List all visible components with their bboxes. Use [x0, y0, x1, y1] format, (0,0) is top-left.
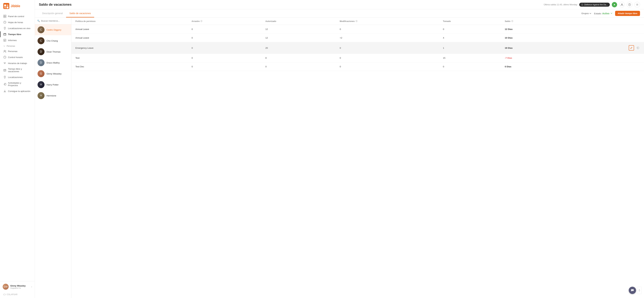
settings-icon-button[interactable] — [634, 2, 640, 8]
tab-descripcion[interactable]: Descripción general — [39, 9, 66, 18]
sidebar-item-actividades-label: Actividades y Proyectos — [8, 82, 32, 87]
active-timer[interactable]: Defence Against the Da... — [579, 3, 610, 7]
timer-label: Defence Against the Da... — [584, 4, 608, 6]
sidebar-item-horarios[interactable]: Horarios de trabajo — [0, 60, 35, 66]
sidebar-item-actividades[interactable]: Actividades y Proyectos — [0, 80, 35, 88]
page-title: Saldo de vacaciones — [39, 3, 72, 7]
row-actions — [568, 45, 641, 51]
cell-modificaciones: +2 — [336, 34, 440, 42]
cell-modificaciones: 0 — [336, 42, 440, 54]
sidebar-item-control[interactable]: Control horario — [0, 54, 35, 60]
svg-point-15 — [4, 63, 4, 63]
sidebar-item-app[interactable]: Consigue la aplicación — [0, 88, 35, 94]
member-item-dean[interactable]: D Dean Thomas — [35, 46, 71, 57]
table-header-row: Política de permisos Arrastre ⓘ Autoriza… — [72, 18, 644, 25]
member-item-ginny[interactable]: G Ginny Weasley — [35, 68, 71, 79]
member-name-dean: Dean Thomas — [46, 51, 60, 53]
reset-icon-button[interactable] — [635, 45, 641, 51]
user-icon-button[interactable] — [619, 2, 625, 8]
th-actions — [565, 18, 644, 25]
cell-tomado: 1 — [440, 42, 502, 54]
sidebar-footer[interactable]: GW Ginny Weasley Hogwarts Co › — [0, 281, 35, 292]
topbar: Saldo de vacaciones Última salida 11:43,… — [35, 0, 644, 9]
th-autorizado: Autorizado — [262, 18, 336, 25]
cell-autorizado: 20 — [262, 42, 336, 54]
th-arrastre: Arrastre ⓘ — [188, 18, 262, 25]
member-name-cho: Cho Chang — [46, 40, 58, 42]
footer-company: Hogwarts Co — [10, 287, 30, 289]
ajustes-label: Personas — [7, 45, 15, 47]
member-name-cedric: Cedric Diggory — [46, 29, 61, 31]
cell-policy: Test Dec — [72, 62, 188, 71]
sidebar-item-horarios-label: Horarios de trabajo — [8, 62, 27, 65]
balance-table: Política de permisos Arrastre ⓘ Autoriza… — [72, 18, 644, 71]
grupos-button[interactable]: Grupos — [582, 12, 591, 15]
member-item-cho[interactable]: C Cho Chang — [35, 35, 71, 46]
arrastre-info-icon[interactable]: ⓘ — [200, 20, 202, 23]
svg-rect-6 — [5, 15, 6, 16]
add-time-button[interactable]: Añadir tiempo libre — [615, 11, 640, 16]
cell-policy: Annual Leave — [72, 34, 188, 42]
member-avatar-hermione: H — [38, 92, 44, 99]
content-area: Descripción general Saldo de vacaciones … — [35, 9, 644, 298]
cell-policy: Test — [72, 54, 188, 62]
main-content: Saldo de vacaciones Última salida 11:43,… — [35, 0, 644, 298]
sidebar-item-tiempo-libre[interactable]: Tiempo libre — [0, 31, 35, 37]
ajustes-header[interactable]: Personas — [0, 43, 35, 48]
footer-info: Ginny Weasley Hogwarts Co — [10, 284, 30, 289]
member-list: 🔍 C Cedric Diggory C Cho Chang D Dean Th… — [35, 18, 72, 298]
cell-arrastre: 0 — [188, 42, 262, 54]
member-item-draco[interactable]: D Draco Malfoy — [35, 57, 71, 68]
collapse-button[interactable]: COLAPSAR — [0, 292, 35, 298]
sidebar-item-localizaciones-live-label: Localizaciones en vivo — [8, 27, 30, 30]
sidebar-item-panel[interactable]: Panel de control — [0, 13, 35, 19]
sidebar-item-personas[interactable]: Personas — [0, 48, 35, 54]
cell-arrastre: 0 — [188, 62, 262, 71]
member-avatar-cedric: C — [38, 26, 44, 33]
sidebar-item-localizaciones-live[interactable]: Localizaciones en vivo — [0, 25, 35, 31]
sidebar-item-localizaciones[interactable]: Localizaciones — [0, 74, 35, 80]
member-item-harry[interactable]: H Harry Potter — [35, 79, 71, 90]
estado-display: Estado: Activo — [594, 12, 612, 15]
tabs-left: Descripción general Saldo de vacaciones — [39, 9, 94, 18]
chat-bubble-button[interactable] — [629, 287, 636, 294]
modificaciones-info-icon[interactable]: ⓘ — [356, 20, 357, 23]
grupos-chevron-icon — [589, 13, 591, 15]
saldo-value: 0 Días — [505, 65, 512, 68]
cell-saldo: 19 Días — [502, 42, 565, 54]
footer-avatar: GW — [3, 284, 9, 290]
member-avatar-ginny: G — [38, 70, 44, 77]
saldo-info-icon[interactable]: ⓘ — [511, 20, 513, 23]
member-avatar-harry: H — [38, 81, 44, 88]
grupos-label: Grupos — [582, 12, 589, 15]
sidebar-item-hojas[interactable]: Hojas de horas — [0, 19, 35, 25]
members-scroll: C Cedric Diggory C Cho Chang D Dean Thom… — [35, 24, 71, 298]
sidebar-item-informes[interactable]: Informes — [0, 37, 35, 43]
table-row: Test 0 8 0 15 -7 Días — [72, 54, 644, 62]
row-actions-cell — [565, 42, 644, 54]
edit-icon-button[interactable] — [629, 45, 634, 51]
member-item-cedric[interactable]: C Cedric Diggory — [35, 24, 71, 35]
timer-play-button[interactable] — [612, 2, 617, 7]
row-empty-actions — [565, 62, 644, 71]
tabs-right: Grupos Estado: Activo Añadir tiempo libr… — [582, 11, 640, 16]
search-input[interactable] — [41, 20, 69, 22]
tabs-bar: Descripción general Saldo de vacaciones … — [35, 9, 644, 18]
member-item-hermione[interactable]: H Hermione — [35, 90, 71, 101]
svg-point-17 — [4, 64, 5, 64]
sidebar-nav: Panel de control Hojas de horas Localiza… — [0, 12, 35, 281]
help-icon-button[interactable] — [627, 2, 632, 8]
cell-autorizado: 12 — [262, 34, 336, 42]
search-box: 🔍 — [35, 18, 71, 24]
th-modificaciones: Modificaciones ⓘ — [336, 18, 440, 25]
row-empty-actions — [565, 25, 644, 34]
cell-saldo: -7 Días — [502, 54, 565, 62]
collapse-label: COLAPSAR — [7, 293, 18, 296]
logo[interactable]: Jibble — [0, 0, 35, 12]
svg-rect-2 — [7, 5, 8, 6]
sidebar-item-tiempo-vacaciones[interactable]: Tiempo libre y vacaciones — [0, 66, 35, 74]
tab-saldo[interactable]: Saldo de vacaciones — [66, 9, 94, 18]
member-avatar-draco: D — [38, 59, 44, 66]
th-saldo: Saldo ⓘ — [502, 18, 565, 25]
expand-button[interactable] — [637, 287, 642, 294]
